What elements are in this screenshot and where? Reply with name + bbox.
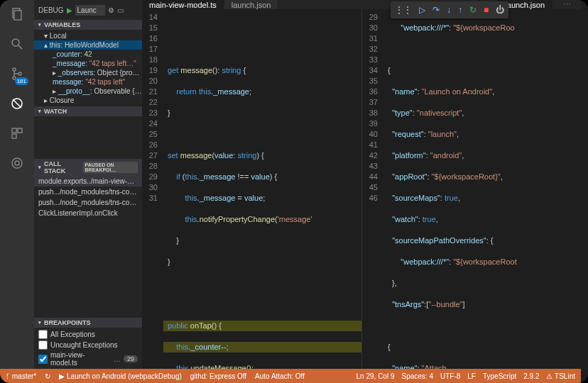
stack-frame[interactable]: push.../node_modules/tns-co…	[34, 197, 142, 208]
callstack-header[interactable]: ▾CALL STACKPAUSED ON BREAKPOI…	[34, 159, 142, 176]
svg-rect-10	[18, 128, 22, 133]
svg-point-12	[15, 161, 19, 165]
scope-local[interactable]: ▾ Local	[34, 31, 142, 40]
cursor-pos[interactable]: Ln 29, Col 9	[356, 372, 395, 380]
continue-icon[interactable]: ▷	[419, 5, 425, 15]
drag-handle-icon[interactable]: ⋮⋮	[395, 5, 412, 15]
var-this[interactable]: ▴ this: HelloWorldModel	[34, 40, 142, 50]
search-icon[interactable]	[9, 35, 26, 52]
bp-file[interactable]: main-view-model.ts …29	[38, 350, 138, 367]
launch-status[interactable]: ▶ Launch on Android (webpackDebug)	[59, 372, 182, 380]
svg-rect-11	[12, 134, 16, 138]
var-proto[interactable]: ▸ __proto__: Observable {…	[34, 87, 142, 96]
gutter-right: 293031323334353637383940414243444546	[362, 9, 383, 383]
variables-header[interactable]: ▾VARIABLES	[34, 20, 142, 30]
code-left: get message(): string { return this._mes…	[163, 9, 361, 383]
files-icon[interactable]	[9, 6, 26, 23]
main-area: main-view-model.ts launch.json launch.js…	[142, 0, 581, 369]
tab-main-view-model[interactable]: main-view-model.ts	[142, 0, 224, 9]
start-debug-icon[interactable]: ▶	[67, 6, 72, 14]
tab-launch-json-1[interactable]: launch.json	[224, 0, 279, 9]
stack-frame[interactable]: module.exports../main-view-…	[34, 176, 142, 187]
editor-left[interactable]: 141516171819202122232425262728293031 get…	[142, 9, 362, 383]
stack-frame[interactable]: push.../node_modules/tns-co…	[34, 187, 142, 197]
svg-rect-1	[14, 11, 21, 20]
step-over-icon[interactable]: ↷	[432, 5, 440, 15]
encoding[interactable]: UTF-8	[440, 372, 460, 380]
scope-closure[interactable]: ▸ Closure	[34, 96, 142, 105]
bp-uncaught[interactable]: Uncaught Exceptions	[38, 340, 138, 350]
status-bar: ᚶ master* ↻ ▶ Launch on Android (webpack…	[0, 369, 581, 383]
var-observers[interactable]: ▸ _observers: Object {pro…	[34, 68, 142, 77]
tab-bar: main-view-model.ts launch.json launch.js…	[142, 0, 581, 9]
var-message-getter[interactable]: message: "42 taps left"	[34, 77, 142, 87]
gutter-left: 141516171819202122232425262728293031	[142, 9, 163, 383]
debug-console-icon[interactable]: ▭	[117, 6, 124, 14]
bp-all-exceptions[interactable]: All Exceptions	[38, 329, 138, 340]
svg-point-6	[18, 72, 21, 75]
language-mode[interactable]: TypeScript	[483, 372, 516, 380]
var-message[interactable]: _message: "42 taps left…"	[34, 59, 142, 68]
disconnect-icon[interactable]: ⏻	[496, 5, 504, 15]
breakpoints-header[interactable]: ▾BREAKPOINTS	[34, 318, 142, 328]
debug-label: DEBUG	[38, 6, 64, 14]
stack-frame[interactable]: ClickListenerImpl.onClick	[34, 208, 142, 218]
svg-line-3	[18, 45, 22, 49]
svg-rect-9	[12, 128, 16, 133]
restart-icon[interactable]: ↻	[469, 5, 477, 15]
svg-line-8	[13, 99, 21, 108]
spaces[interactable]: Spaces: 4	[401, 372, 432, 380]
step-into-icon[interactable]: ↓	[447, 5, 451, 15]
debug-sidebar: DEBUG ▶ ⚙ ▭ ▾VARIABLES ▾ Local ▴ this: H…	[34, 0, 142, 369]
eol[interactable]: LF	[467, 372, 476, 380]
auto-attach-status[interactable]: Auto Attach: Off	[255, 372, 305, 380]
debug-icon[interactable]	[9, 95, 26, 112]
ts-version[interactable]: 2.9.2	[523, 372, 539, 380]
gear-icon[interactable]: ⚙	[108, 6, 114, 14]
svg-point-2	[12, 39, 19, 46]
step-out-icon[interactable]: ↑	[458, 5, 462, 15]
scm-badge: 181	[15, 77, 28, 85]
svg-point-13	[12, 158, 22, 168]
code-right: "webpack:///*": "${workspaceRoo { "name"…	[383, 9, 581, 383]
scm-icon[interactable]: 181	[9, 65, 26, 82]
extensions-icon[interactable]	[9, 125, 26, 142]
debug-toolbar: ⋮⋮ ▷ ↷ ↓ ↑ ↻ ■ ⏻	[391, 1, 508, 18]
editor-right[interactable]: 293031323334353637383940414243444546 "we…	[362, 9, 581, 383]
debug-config-select[interactable]	[75, 5, 105, 16]
stop-icon[interactable]: ■	[484, 5, 489, 15]
activity-bar: 181	[0, 0, 34, 369]
watch-header[interactable]: ▾WATCH	[34, 106, 142, 116]
debug-launch-bar: DEBUG ▶ ⚙ ▭	[34, 0, 142, 20]
sync-icon[interactable]: ↻	[45, 372, 50, 380]
githd-status[interactable]: githd: Express Off	[190, 372, 246, 380]
svg-point-4	[13, 68, 16, 71]
git-branch[interactable]: ᚶ master*	[6, 372, 36, 380]
tslint-status[interactable]: ⚠ TSLint	[546, 372, 575, 380]
misc-icon[interactable]	[9, 155, 26, 172]
var-counter[interactable]: _counter: 42	[34, 50, 142, 59]
